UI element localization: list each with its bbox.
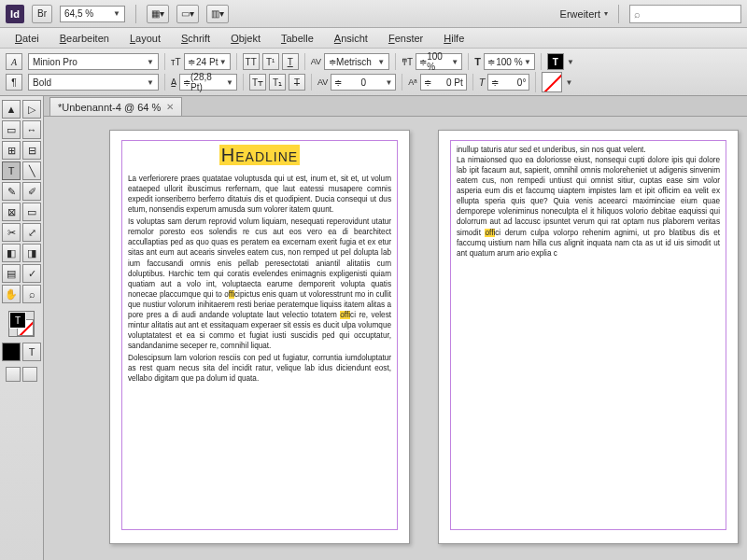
content-placer-tool[interactable]: ⊟	[22, 141, 41, 160]
menu-bearbeiten[interactable]: Bearbeiten	[50, 30, 119, 47]
tracking-value: 0	[361, 77, 367, 88]
body-text-2: inullup taturis atur sed et underibus, s…	[457, 145, 720, 259]
direct-selection-tool[interactable]: ▷	[22, 100, 41, 119]
zoom-select[interactable]: 64,5 %▼	[60, 6, 125, 22]
headline: Headline	[128, 145, 391, 166]
menu-datei[interactable]: Datei	[6, 30, 49, 47]
menu-hilfe[interactable]: Hilfe	[434, 30, 473, 47]
toolbox: ▲▷ ▭↔ ⊞⊟ T╲ ✎✐ ⊠▭ ✂⤢ ◧◨ ▤✓ ✋⌕ T T	[0, 96, 44, 560]
close-tab-icon[interactable]: ✕	[166, 102, 174, 112]
apply-color-button[interactable]	[2, 343, 21, 361]
font-size-field[interactable]: ≑24 Pt▼	[184, 53, 231, 70]
strikethrough-button[interactable]: T	[289, 74, 305, 91]
zoom-value: 64,5 %	[64, 8, 93, 19]
note-tool[interactable]: ▤	[2, 264, 21, 283]
baseline-shift-icon: Aª	[408, 77, 416, 87]
font-family-select[interactable]: Minion Pro▼	[28, 53, 159, 70]
arrange-button[interactable]: ▥▾	[206, 5, 229, 23]
baseline-value: 0 Pt	[446, 77, 463, 88]
baseline-icon: T	[474, 56, 481, 67]
menu-fenster[interactable]: Fenster	[379, 30, 432, 47]
gradient-swatch-tool[interactable]: ◧	[2, 244, 21, 262]
page-tool[interactable]: ▭	[2, 120, 21, 139]
rectangle-frame-tool[interactable]: ⊠	[2, 203, 21, 221]
screen-mode-button[interactable]: ▭▾	[176, 5, 199, 23]
zoom-tool[interactable]: ⌕	[22, 285, 41, 303]
kerning-icon: A͏V	[311, 57, 321, 66]
leading-field[interactable]: ≑(28,8 Pt)▼	[179, 74, 237, 91]
free-transform-tool[interactable]: ⤢	[22, 223, 41, 242]
search-input[interactable]	[643, 8, 727, 20]
char-color-button[interactable]: T	[547, 53, 564, 70]
leading-icon: A̲	[171, 77, 176, 87]
fill-stroke-swatch[interactable]: T	[8, 311, 35, 337]
font-weight-select[interactable]: Bold▼	[28, 74, 159, 91]
tracking-field[interactable]: ≑0▼	[331, 74, 396, 91]
control-panel: A Minion Pro▼ тT ≑24 Pt▼ TT T¹ T A͏V ≑Me…	[0, 49, 747, 96]
body-text-1: La verferiorere praes quatatae voluptusd…	[128, 174, 391, 384]
selection-tool[interactable]: ▲	[2, 100, 21, 119]
scissors-tool[interactable]: ✂	[2, 223, 21, 242]
font-weight-value: Bold	[33, 77, 51, 88]
gradient-feather-tool[interactable]: ◨	[22, 244, 41, 262]
pen-tool[interactable]: ✎	[2, 182, 21, 201]
tracking-icon: AV	[317, 77, 328, 87]
eyedropper-tool[interactable]: ✓	[22, 264, 41, 283]
menu-tabelle[interactable]: Tabelle	[272, 30, 323, 47]
workspace-switcher[interactable]: Erweitert▾	[560, 8, 608, 20]
font-size-icon: тT	[171, 57, 181, 67]
skew-field[interactable]: ≑0°	[487, 74, 529, 91]
search-box[interactable]: ⌕	[629, 5, 741, 23]
stroke-color-button[interactable]	[542, 72, 562, 92]
workspace-label: Erweitert	[560, 8, 600, 20]
font-family-value: Minion Pro	[33, 57, 78, 67]
tab-title: *Unbenannt-4 @ 64 %	[58, 102, 161, 113]
pencil-tool[interactable]: ✐	[22, 182, 41, 201]
menu-schrift[interactable]: Schrift	[172, 30, 219, 47]
normal-view-button[interactable]	[6, 367, 21, 382]
subscript-button[interactable]: T₁	[269, 74, 286, 91]
document-tab[interactable]: *Unbenannt-4 @ 64 % ✕	[49, 97, 182, 116]
char-formatting-button[interactable]: A	[6, 53, 22, 70]
hscale-value: 100 %	[427, 51, 451, 72]
hscale-field[interactable]: ≑100 %▼	[416, 53, 462, 70]
kerning-select[interactable]: ≑Metrisch▼	[324, 53, 389, 70]
format-text-button[interactable]: T	[22, 343, 41, 361]
smallcaps-button[interactable]: Tᴛ	[249, 74, 266, 91]
text-frame-1[interactable]: Headline La verferiorere praes quatatae …	[121, 140, 398, 530]
hscale-icon: ͳT	[402, 57, 413, 67]
hand-tool[interactable]: ✋	[2, 285, 21, 303]
font-size-value: 24 Pt	[196, 57, 218, 67]
menu-layout[interactable]: Layout	[120, 30, 170, 47]
bridge-button[interactable]: Br	[32, 5, 52, 23]
canvas[interactable]: Headline La verferiorere praes quatatae …	[44, 117, 747, 560]
search-icon: ⌕	[634, 8, 641, 20]
type-tool[interactable]: T	[2, 161, 21, 180]
menu-objekt[interactable]: Objekt	[221, 30, 270, 47]
vscale-value: 100 %	[496, 57, 522, 67]
app-icon: Id	[6, 5, 24, 23]
superscript-button[interactable]: T¹	[262, 53, 279, 70]
skew-value: 0°	[517, 77, 527, 88]
page-1: Headline La verferiorere praes quatatae …	[109, 130, 410, 544]
skew-icon: T	[479, 77, 486, 88]
baseline-field[interactable]: ≑0 Pt	[420, 74, 467, 91]
allcaps-button[interactable]: TT	[243, 53, 260, 70]
vscale-field[interactable]: ≑100 %▼	[484, 53, 535, 70]
page-2: inullup taturis atur sed et underibus, s…	[438, 130, 739, 544]
view-options-button[interactable]: ▦▾	[147, 5, 169, 23]
gap-tool[interactable]: ↔	[22, 120, 41, 139]
rectangle-tool[interactable]: ▭	[22, 203, 41, 221]
text-frame-2[interactable]: inullup taturis atur sed et underibus, s…	[450, 140, 726, 530]
content-collector-tool[interactable]: ⊞	[2, 141, 21, 160]
underline-button[interactable]: T	[282, 53, 299, 70]
para-formatting-button[interactable]: ¶	[6, 74, 22, 91]
preview-view-button[interactable]	[22, 367, 37, 382]
menu-ansicht[interactable]: Ansicht	[325, 30, 377, 47]
leading-value: (28,8 Pt)	[190, 72, 226, 92]
line-tool[interactable]: ╲	[22, 161, 41, 180]
menubar: Datei Bearbeiten Layout Schrift Objekt T…	[0, 28, 747, 49]
kerning-value: Metrisch	[336, 57, 372, 67]
